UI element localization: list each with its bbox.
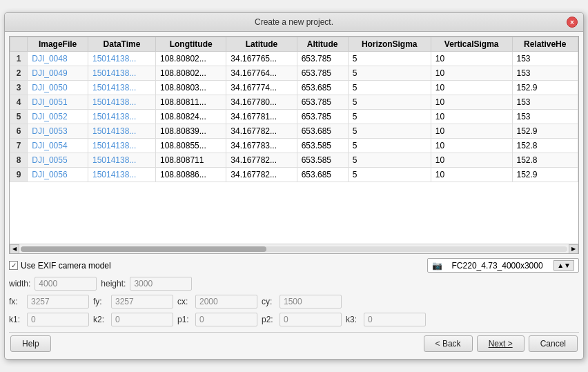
- dropdown-arrow-icon[interactable]: ▲▼: [553, 260, 574, 271]
- col-header-index: [10, 37, 28, 52]
- k1-input[interactable]: [27, 313, 89, 326]
- col-header-datetime: DataTime: [88, 37, 155, 52]
- col-header-relativeheight: RelativeHe: [512, 37, 578, 52]
- col-header-altitude: Altitude: [297, 37, 348, 52]
- scroll-left-btn[interactable]: ◀: [10, 244, 19, 254]
- next-label: Next >: [489, 339, 513, 349]
- k2-label: k2:: [93, 315, 107, 324]
- col-header-imagefile: ImageFile: [28, 37, 88, 52]
- dialog-body: ImageFile DataTime Longtitude Latitude A…: [5, 32, 583, 359]
- fx-label: fx:: [9, 297, 23, 306]
- height-input[interactable]: [130, 277, 192, 291]
- p1-input[interactable]: [195, 313, 257, 326]
- scrollbar-thumb-horizontal: [21, 246, 266, 252]
- width-input[interactable]: [35, 277, 97, 291]
- table-row: 8DJI_005515014138...108.80871134.167782.…: [10, 153, 578, 168]
- fy-input[interactable]: [111, 295, 173, 309]
- p2-input[interactable]: [280, 313, 342, 326]
- next-button[interactable]: Next >: [477, 335, 525, 352]
- col-header-horizonsigma: HorizonSigma: [348, 37, 431, 52]
- col-header-longitude: Longtitude: [156, 37, 226, 52]
- table-row: 1DJI_004815014138...108.80802...34.16776…: [10, 52, 578, 66]
- scrollbar-track-horizontal: [21, 246, 567, 252]
- camera-model-value: FC220_4.73_4000x3000: [452, 261, 543, 271]
- cancel-button[interactable]: Cancel: [529, 335, 578, 352]
- table-row: 6DJI_005315014138...108.80839...34.16778…: [10, 124, 578, 139]
- back-button[interactable]: < Back: [424, 335, 473, 352]
- width-label: width:: [9, 279, 30, 288]
- exif-checkbox-group: ✓ Use EXIF camera model: [9, 261, 111, 271]
- create-project-dialog: Create a new project. × ImageFile DataTi…: [4, 12, 584, 360]
- width-height-row: width: height:: [9, 277, 579, 291]
- fx-input[interactable]: [27, 295, 89, 309]
- table-row: 7DJI_005415014138...108.80855...34.16778…: [10, 139, 578, 153]
- table-row: 2DJI_004915014138...108.80802...34.16776…: [10, 66, 578, 81]
- cx-label: cx:: [177, 297, 191, 306]
- right-buttons: < Back Next > Cancel: [424, 335, 578, 352]
- col-header-latitude: Latitude: [226, 37, 297, 52]
- cy-input[interactable]: [280, 295, 342, 309]
- table-row: 4DJI_005115014138...108.80811...34.16778…: [10, 95, 578, 110]
- k3-input[interactable]: [364, 313, 426, 326]
- image-table: ImageFile DataTime Longtitude Latitude A…: [10, 37, 578, 182]
- p2-label: p2:: [262, 315, 275, 324]
- focal-params-row: fx: fy: cx: cy:: [9, 295, 579, 309]
- height-label: height:: [101, 279, 126, 288]
- k1-label: k1:: [9, 315, 23, 324]
- help-button[interactable]: Help: [10, 335, 51, 352]
- distortion-params-row: k1: k2: p1: p2: k3:: [9, 313, 579, 326]
- exif-row: ✓ Use EXIF camera model 📷 FC220_4.73_400…: [9, 258, 579, 273]
- table-row: 9DJI_005615014138...108.80886...34.16778…: [10, 168, 578, 182]
- exif-checkbox[interactable]: ✓: [9, 261, 18, 270]
- camera-model-select-group: 📷 FC220_4.73_4000x3000 ▲▼: [118, 258, 579, 273]
- camera-model-dropdown[interactable]: 📷 FC220_4.73_4000x3000 ▲▼: [427, 258, 579, 273]
- image-table-container: ImageFile DataTime Longtitude Latitude A…: [9, 36, 579, 254]
- fy-label: fy:: [93, 297, 107, 306]
- p1-label: p1:: [177, 315, 191, 324]
- cx-input[interactable]: [195, 295, 257, 309]
- k3-label: k3:: [346, 315, 360, 324]
- table-row: 5DJI_005215014138...108.80824...34.16778…: [10, 110, 578, 124]
- table-row: 3DJI_005015014138...108.80803...34.16777…: [10, 81, 578, 95]
- button-row: Help < Back Next > Cancel: [9, 332, 579, 355]
- dialog-title: Create a new project.: [21, 17, 567, 27]
- exif-label: Use EXIF camera model: [21, 261, 111, 271]
- table-scroll-area[interactable]: ImageFile DataTime Longtitude Latitude A…: [10, 37, 578, 244]
- close-button[interactable]: ×: [567, 17, 578, 28]
- col-header-verticalsigma: VerticalSigma: [431, 37, 512, 52]
- scroll-right-btn[interactable]: ▶: [569, 244, 578, 254]
- camera-icon: 📷: [432, 261, 442, 271]
- cy-label: cy:: [262, 297, 275, 306]
- horizontal-scrollbar[interactable]: ◀ ▶: [10, 244, 578, 253]
- title-bar: Create a new project. ×: [5, 13, 583, 32]
- left-buttons: Help: [10, 335, 51, 352]
- k2-input[interactable]: [111, 313, 173, 326]
